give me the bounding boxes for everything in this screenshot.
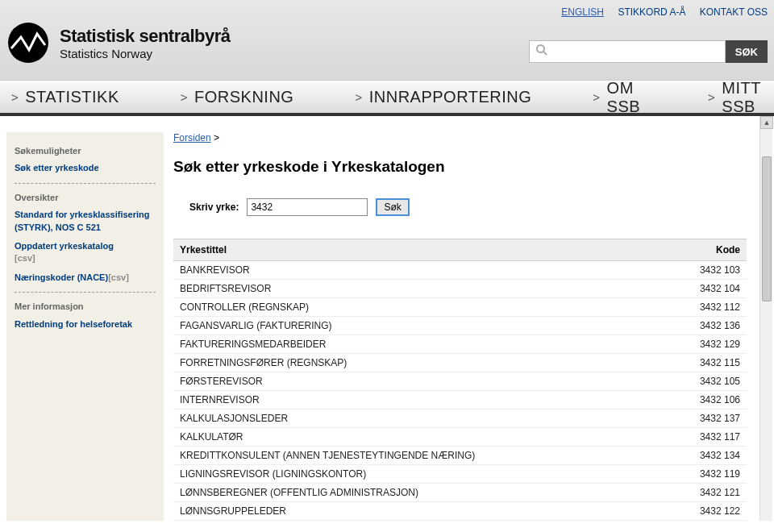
yrke-search-form: Skriv yrke: Søk	[189, 198, 747, 216]
table-header: Yrkestittel Kode	[173, 239, 747, 261]
header-kode: Kode	[676, 244, 740, 256]
cell-yrkestittel: KALKULATØR	[180, 431, 676, 443]
table-row[interactable]: LIGNINGSREVISOR (LIGNINGSKONTOR)3432 119	[173, 465, 747, 484]
chevron-right-icon: >	[355, 90, 362, 104]
logo-text: Statistisk sentralbyrå Statistics Norway	[60, 26, 231, 60]
header: ENGLISH STIKKORD A-Å KONTAKT OSS SØK Sta…	[0, 0, 774, 81]
link-english[interactable]: ENGLISH	[561, 6, 604, 18]
cell-kode: 3432 129	[676, 339, 740, 350]
cell-kode: 3432 115	[676, 357, 740, 368]
content: Søkemuligheter Søk etter yrkeskode Overs…	[0, 116, 774, 521]
link-stikkord[interactable]: STIKKORD A-Å	[618, 6, 685, 18]
cell-kode: 3432 105	[676, 376, 740, 387]
table-row[interactable]: FAKTURERINGSMEDARBEIDER3432 129	[173, 335, 747, 354]
cell-yrkestittel: BEDRIFTSREVISOR	[180, 283, 676, 294]
cell-kode: 3432 134	[676, 450, 740, 461]
cell-yrkestittel: CONTROLLER (REGNSKAP)	[180, 301, 676, 313]
sidebar: Søkemuligheter Søk etter yrkeskode Overs…	[6, 132, 164, 521]
cell-kode: 3432 112	[676, 301, 740, 313]
nav-item-innrapportering[interactable]: >INNRAPPORTERING	[355, 88, 531, 106]
breadcrumb-sep: >	[214, 132, 219, 143]
table-row[interactable]: FØRSTEREVISOR3432 105	[173, 372, 747, 391]
nav-item-statistikk[interactable]: >STATISTIKK	[11, 88, 119, 106]
cell-kode: 3432 117	[676, 431, 740, 443]
separator	[15, 292, 156, 293]
separator	[15, 183, 156, 184]
cell-yrkestittel: FAGANSVARLIG (FAKTURERING)	[180, 320, 676, 331]
breadcrumb: Forsiden >	[173, 132, 747, 143]
scroll-up-icon[interactable]: ▲	[760, 116, 773, 129]
nav-label: FORSKNING	[194, 88, 293, 106]
table-row[interactable]: INTERNREVISOR3432 106	[173, 391, 747, 409]
breadcrumb-forsiden[interactable]: Forsiden	[173, 132, 211, 143]
cell-kode: 3432 119	[676, 468, 740, 480]
nav-label: STATISTIKK	[25, 88, 119, 106]
table-row[interactable]: FAGANSVARLIG (FAKTURERING)3432 136	[173, 317, 747, 335]
table-body: BANKREVISOR3432 103BEDRIFTSREVISOR3432 1…	[173, 261, 747, 521]
table-row[interactable]: FORRETNINGSFØRER (REGNSKAP)3432 115	[173, 354, 747, 372]
sidebar-link-oppdatert[interactable]: Oppdatert yrkeskatalog	[15, 241, 114, 251]
cell-kode: 3432 104	[676, 283, 740, 294]
cell-yrkestittel: KALKULASJONSLEDER	[180, 413, 676, 424]
cell-yrkestittel: KREDITTKONSULENT (ANNEN TJENESTEYTINGEND…	[180, 450, 676, 461]
cell-kode: 3432 121	[676, 487, 740, 498]
chevron-right-icon: >	[593, 90, 600, 104]
table-row[interactable]: CONTROLLER (REGNSKAP)3432 112	[173, 298, 747, 317]
chevron-right-icon: >	[181, 90, 188, 104]
cell-kode: 3432 122	[676, 505, 740, 517]
table-row[interactable]: KALKULASJONSLEDER3432 137	[173, 409, 747, 428]
header-yrkestittel: Yrkestittel	[180, 244, 676, 256]
cell-yrkestittel: BANKREVISOR	[180, 264, 676, 276]
header-search-input[interactable]	[529, 40, 726, 63]
nav-label: OM SSB	[607, 79, 647, 116]
yrke-input[interactable]	[247, 198, 368, 216]
table-row[interactable]: KALKULATØR3432 117	[173, 428, 747, 447]
nav-label: MITT SSB	[722, 79, 770, 116]
cell-kode: 3432 136	[676, 320, 740, 331]
nav-item-forskning[interactable]: >FORSKNING	[181, 88, 294, 106]
cell-yrkestittel: FORRETNINGSFØRER (REGNSKAP)	[180, 357, 676, 368]
logo-line-1: Statistisk sentralbyrå	[60, 26, 231, 47]
sidebar-heading-mer: Mer informasjon	[15, 301, 156, 313]
table-row[interactable]: BANKREVISOR3432 103	[173, 261, 747, 280]
chevron-right-icon: >	[708, 90, 715, 104]
cell-yrkestittel: INTERNREVISOR	[180, 394, 676, 405]
sidebar-link-sok-yrkeskode[interactable]: Søk etter yrkeskode	[15, 162, 156, 174]
main-column: Forsiden > Søk etter yrkeskode i Yrkeska…	[164, 132, 768, 521]
sidebar-heading-oversikter: Oversikter	[15, 192, 156, 204]
table-row[interactable]: LØNNSBEREGNER (OFFENTLIG ADMINISTRASJON)…	[173, 484, 747, 502]
sidebar-link-nace[interactable]: Næringskoder (NACE)	[15, 272, 108, 282]
table-row[interactable]: LØNNSGRUPPELEDER3432 122	[173, 502, 747, 521]
cell-yrkestittel: LIGNINGSREVISOR (LIGNINGSKONTOR)	[180, 468, 676, 480]
cell-yrkestittel: LØNNSGRUPPELEDER	[180, 505, 676, 517]
csv-tag-2[interactable]: [csv]	[108, 272, 129, 282]
cell-kode: 3432 103	[676, 264, 740, 276]
cell-yrkestittel: FAKTURERINGSMEDARBEIDER	[180, 339, 676, 350]
csv-tag[interactable]: [csv]	[15, 253, 35, 263]
logo[interactable]: Statistisk sentralbyrå Statistics Norway	[8, 23, 231, 63]
nav-label: INNRAPPORTERING	[369, 88, 532, 106]
link-kontakt[interactable]: KONTAKT OSS	[700, 6, 768, 18]
sidebar-link-styrk[interactable]: Standard for yrkesklassifisering (STYRK)…	[15, 209, 156, 234]
table-row[interactable]: KREDITTKONSULENT (ANNEN TJENESTEYTINGEND…	[173, 447, 747, 465]
header-search: SØK	[529, 40, 768, 63]
cell-yrkestittel: FØRSTEREVISOR	[180, 376, 676, 387]
yrke-search-button[interactable]: Søk	[376, 198, 409, 216]
sidebar-link-rettledning[interactable]: Rettledning for helseforetak	[15, 318, 156, 330]
chevron-right-icon: >	[11, 90, 19, 104]
cell-kode: 3432 137	[676, 413, 740, 424]
page-title: Søk etter yrkeskode i Yrkeskatalogen	[173, 158, 747, 176]
top-links: ENGLISH STIKKORD A-Å KONTAKT OSS	[550, 6, 768, 18]
nav-item-mitt-ssb[interactable]: >MITT SSB	[708, 79, 770, 116]
cell-yrkestittel: LØNNSBEREGNER (OFFENTLIG ADMINISTRASJON)	[180, 487, 676, 498]
logo-line-2: Statistics Norway	[60, 47, 231, 60]
table-row[interactable]: BEDRIFTSREVISOR3432 104	[173, 280, 747, 298]
header-search-button[interactable]: SØK	[726, 40, 768, 63]
main-nav: >STATISTIKK>FORSKNING>INNRAPPORTERING>OM…	[0, 81, 774, 116]
sidebar-heading-sokemuligheter: Søkemuligheter	[15, 145, 156, 157]
cell-kode: 3432 106	[676, 394, 740, 405]
logo-icon	[8, 23, 48, 63]
scroll-thumb[interactable]	[762, 156, 772, 301]
nav-item-om-ssb[interactable]: >OM SSB	[593, 79, 647, 116]
scrollbar[interactable]: ▲ ▼	[759, 116, 772, 521]
